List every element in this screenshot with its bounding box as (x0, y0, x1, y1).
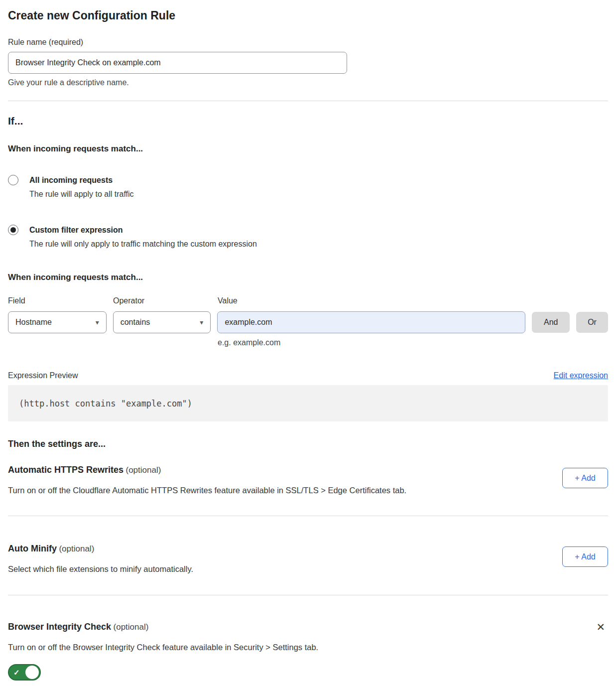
create-configuration-rule-form: Create new Configuration Rule Rule name … (0, 0, 616, 681)
setting-texts: Automatic HTTPS Rewrites (optional) Turn… (8, 463, 406, 496)
radio-option-all-incoming[interactable]: All incoming requests The rule will appl… (8, 174, 608, 201)
setting-description: Turn on or off the Cloudflare Automatic … (8, 484, 406, 496)
page-title: Create new Configuration Rule (8, 8, 608, 23)
rule-name-label: Rule name (required) (8, 37, 608, 48)
radio-option-texts: Custom filter expression The rule will o… (29, 224, 257, 251)
radio-option-custom-filter[interactable]: Custom filter expression The rule will o… (8, 224, 608, 251)
edit-expression-link[interactable]: Edit expression (554, 370, 608, 381)
setting-title-line: Browser Integrity Check (optional) (8, 620, 318, 634)
setting-title-line: Automatic HTTPS Rewrites (optional) (8, 463, 406, 477)
setting-automatic-https-rewrites: Automatic HTTPS Rewrites (optional) Turn… (8, 463, 608, 496)
value-label: Value (218, 295, 526, 306)
browser-integrity-toggle[interactable]: ✓ (8, 664, 41, 681)
builder-labels-row: Field Operator Value (8, 295, 608, 306)
toggle-knob (25, 666, 39, 679)
chevron-down-icon: ▾ (96, 319, 99, 326)
setting-title: Automatic HTTPS Rewrites (8, 465, 123, 475)
add-automatic-https-rewrites-button[interactable]: + Add (562, 468, 608, 488)
match-heading: When incoming requests match... (8, 143, 608, 155)
setting-title: Browser Integrity Check (8, 622, 111, 632)
setting-auto-minify: Auto Minify (optional) Select which file… (8, 542, 608, 575)
then-heading: Then the settings are... (8, 437, 608, 450)
radio-option-description: The rule will only apply to traffic matc… (29, 238, 257, 251)
setting-description: Turn on or off the Browser Integrity Che… (8, 641, 318, 653)
expression-preview-label: Expression Preview (8, 370, 78, 381)
expression-preview-code-block: (http.host contains "example.com") (8, 385, 608, 421)
setting-title-line: Auto Minify (optional) (8, 542, 193, 555)
radio-option-label: All incoming requests (29, 174, 134, 187)
radio-custom-filter[interactable] (8, 225, 18, 235)
field-label: Field (8, 295, 107, 306)
setting-optional: (optional) (59, 544, 94, 553)
chevron-down-icon: ▾ (200, 319, 203, 326)
radio-option-label: Custom filter expression (29, 224, 257, 237)
field-select[interactable]: Hostname ▾ (8, 311, 107, 333)
builder-controls-row: Hostname ▾ contains ▾ And Or (8, 311, 608, 333)
close-icon[interactable]: ✕ (593, 620, 608, 634)
setting-description: Select which file extensions to minify a… (8, 563, 193, 575)
operator-select[interactable]: contains ▾ (113, 311, 211, 333)
radio-option-description: The rule will apply to all traffic (29, 188, 134, 201)
divider (8, 101, 608, 101)
setting-texts: Browser Integrity Check (optional) Turn … (8, 620, 318, 681)
operator-label: Operator (113, 295, 211, 306)
or-button[interactable]: Or (576, 312, 608, 333)
divider (8, 516, 608, 516)
expression-code: (http.host contains "example.com") (19, 399, 192, 409)
check-icon: ✓ (13, 669, 20, 676)
expression-builder-heading: When incoming requests match... (8, 272, 608, 283)
radio-option-texts: All incoming requests The rule will appl… (29, 174, 134, 201)
divider (8, 595, 608, 595)
field-select-value: Hostname (15, 318, 52, 327)
setting-browser-integrity-check: Browser Integrity Check (optional) Turn … (8, 620, 608, 681)
expression-preview-row: Expression Preview Edit expression (8, 370, 608, 381)
setting-optional: (optional) (114, 622, 149, 632)
operator-select-value: contains (121, 318, 150, 327)
if-heading: If... (8, 114, 608, 128)
radio-all-incoming[interactable] (8, 175, 18, 185)
rule-name-input[interactable] (8, 52, 347, 74)
and-button[interactable]: And (532, 312, 570, 333)
rule-name-help: Give your rule a descriptive name. (8, 77, 608, 88)
setting-title: Auto Minify (8, 544, 57, 553)
value-input[interactable] (217, 311, 525, 333)
value-help: e.g. example.com (218, 337, 608, 348)
setting-texts: Auto Minify (optional) Select which file… (8, 542, 193, 575)
add-auto-minify-button[interactable]: + Add (562, 547, 608, 567)
setting-optional: (optional) (126, 465, 161, 475)
